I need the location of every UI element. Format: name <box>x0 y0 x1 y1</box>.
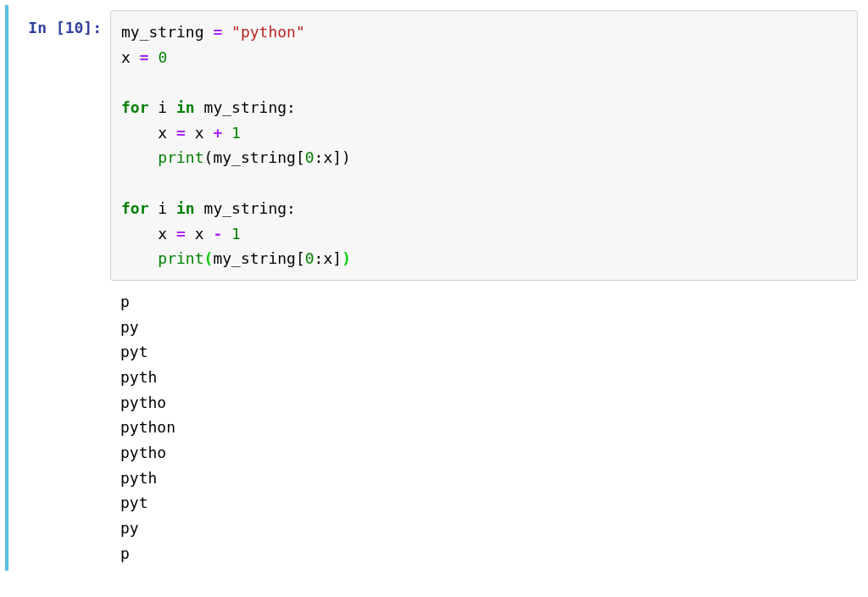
prompt-label: In [10]: <box>28 19 102 36</box>
output-line: p <box>120 544 130 562</box>
output-line: pyt <box>120 494 148 511</box>
code-line-1: my_string = "python" <box>121 23 305 41</box>
code-line-9: x = x - 1 <box>121 225 241 243</box>
output-line: py <box>120 519 139 537</box>
bracket-highlight-close: ) <box>342 249 351 267</box>
output-line: pyt <box>120 343 148 360</box>
output-line: pytho <box>120 444 166 461</box>
output-line: pytho <box>120 393 166 411</box>
output-line: pyth <box>120 368 157 386</box>
code-input[interactable]: my_string = "python" x = 0 for i in my_s… <box>110 10 858 281</box>
code-line-4: for i in my_string: <box>121 98 296 116</box>
code-line-6: print(my_string[0:x]) <box>121 148 351 166</box>
output-line: pyth <box>120 469 157 487</box>
code-line-2: x = 0 <box>121 48 167 66</box>
code-line-5: x = x + 1 <box>121 124 241 142</box>
bracket-highlight-open: ( <box>204 249 214 267</box>
code-line-8: for i in my_string: <box>121 199 296 217</box>
cell-content: my_string = "python" x = 0 for i in my_s… <box>110 10 858 566</box>
code-line-10: print(my_string[0:x]) <box>121 249 351 267</box>
notebook-cell: In [10]: my_string = "python" x = 0 for … <box>5 5 863 571</box>
cell-output: p py pyt pyth pytho python pytho pyth py… <box>110 281 858 566</box>
output-line: python <box>120 418 175 436</box>
output-line: py <box>120 318 139 336</box>
input-prompt: In [10]: <box>8 10 110 566</box>
output-line: p <box>120 293 130 310</box>
